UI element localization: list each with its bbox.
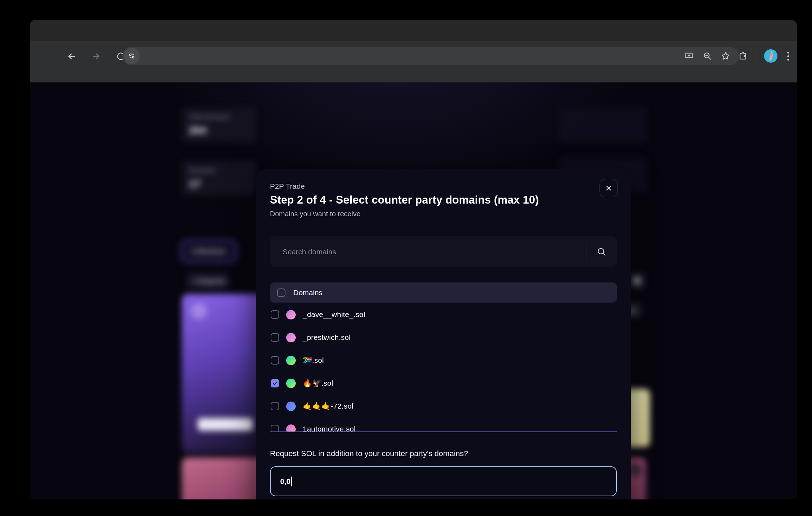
select-all-checkbox[interactable] [277,288,285,297]
sol-question-label: Request SOL in addition to your counter … [270,449,468,458]
stat-value: 264 [189,124,249,136]
bookmark-button[interactable] [721,51,731,61]
domain-row[interactable]: 🤙🤙🤙-72.sol [271,399,617,413]
sol-amount-input[interactable]: 0,0 [270,466,617,496]
browser-menu-button[interactable] [785,52,791,61]
screenshot-root: Profile | SNS × + [0,0,812,516]
stat-label: Total domains [189,113,249,121]
domain-checkbox[interactable] [271,333,279,342]
domain-row[interactable]: _prestwich.sol [271,330,617,344]
domain-avatar [286,424,296,433]
domain-avatar [286,356,296,365]
domain-checkbox[interactable] [271,356,279,365]
avatar-figure-icon [766,51,775,61]
back-arrow-icon [66,51,77,62]
domain-name: 🔥🦅.sol [303,379,333,387]
forward-button[interactable] [88,49,104,64]
domain-row[interactable]: 1automotive.sol [271,422,617,432]
domain-search-box [270,236,617,267]
domain-avatar [286,333,296,342]
stat-value: 17 [189,178,249,190]
browser-toolbar [30,41,797,82]
domains-list[interactable]: _dave__white_.sol _prestwich.sol 🇿🇦.sol [270,305,617,432]
chevron-left-icon: ‹ [190,278,192,285]
domain-avatar [286,402,296,411]
address-bar[interactable] [122,47,739,65]
domain-row[interactable]: 🔥🦅.sol [271,376,617,390]
grid-view-button[interactable] [629,273,645,288]
stat-label: Domains [189,167,249,174]
modal-header: P2P Trade Step 2 of 4 - Select counter p… [270,182,539,218]
modal-title: Step 2 of 4 - Select counter party domai… [270,194,539,206]
domains-list-header: Domains [270,282,617,303]
install-app-button[interactable] [684,51,694,61]
domain-checkbox[interactable] [271,402,279,410]
domain-avatar [286,310,296,319]
close-icon [605,184,613,192]
zoom-out-page-button[interactable] [702,51,712,61]
tune-icon [128,52,136,60]
domain-checkbox[interactable] [271,379,279,387]
faint-card [559,107,647,142]
extensions-button[interactable] [738,51,748,61]
categories-chip[interactable]: ‹ Categories [187,273,229,289]
card-avatar [191,303,207,319]
domain-checkbox[interactable] [271,425,279,432]
domain-name: _prestwich.sol [303,333,351,342]
domain-checkbox[interactable] [271,310,279,319]
domain-row[interactable]: _dave__white_.sol [271,307,617,322]
star-icon [721,51,731,61]
page-content: Total domains 264 Domains 17 Collections… [30,82,797,499]
p2p-trade-modal: P2P Trade Step 2 of 4 - Select counter p… [256,169,631,499]
card-name-pill [198,418,253,431]
domain-avatar [286,379,296,388]
site-settings-button[interactable] [124,48,140,64]
modal-close-button[interactable] [599,179,618,197]
search-submit-button[interactable] [586,247,617,257]
toolbar-divider [756,50,756,62]
tab-strip [30,20,797,41]
profile-avatar[interactable] [764,49,777,63]
stat-card-domains: Domains 17 [182,161,256,195]
swap-icon: ⇄ [629,464,641,476]
domain-name: 🤙🤙🤙-72.sol [303,402,353,410]
modal-eyebrow: P2P Trade [270,182,539,191]
modal-subtitle: Domains you want to receive [270,210,539,218]
sol-amount-value: 0,0 [280,477,290,486]
domain-row[interactable]: 🇿🇦.sol [271,353,617,367]
collections-button[interactable]: Collections [182,241,235,261]
forward-arrow-icon [91,51,102,62]
domain-name: 🇿🇦.sol [303,356,324,365]
text-caret [291,477,292,486]
stat-card-total-domains: Total domains 264 [182,107,256,142]
puzzle-icon [738,51,748,61]
browser-window: Profile | SNS × + [30,20,797,499]
install-icon [684,51,694,61]
zoom-out-icon [702,51,712,61]
domain-name: 1automotive.sol [303,425,356,432]
grid-icon [633,277,641,285]
search-input[interactable] [270,248,586,256]
search-icon [596,247,607,257]
categories-label: Categories [195,278,226,285]
back-button[interactable] [64,49,79,64]
domain-name: _dave__white_.sol [303,310,365,319]
list-header-label: Domains [293,288,322,297]
